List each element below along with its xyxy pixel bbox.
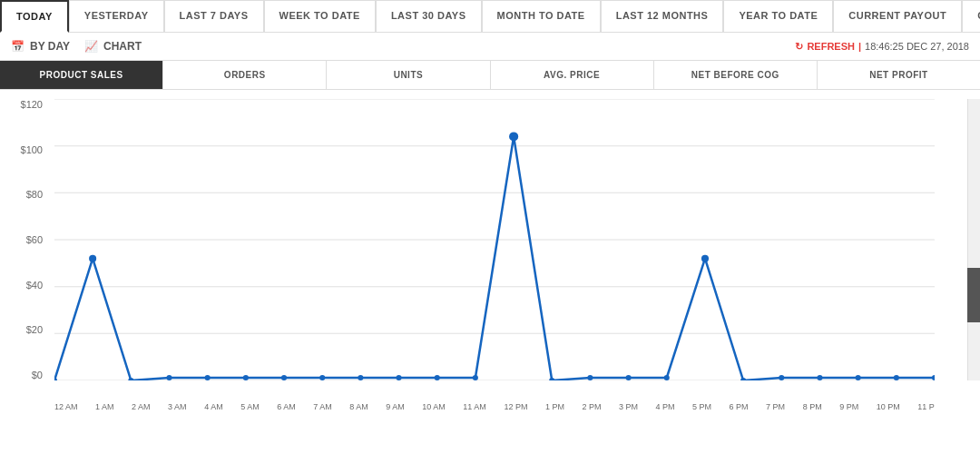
svg-point-24 — [701, 255, 709, 262]
svg-point-7 — [54, 378, 57, 380]
y-label-100: $100 — [21, 144, 43, 155]
chart-area: $120 $100 $80 $60 $40 $20 $0 — [0, 90, 980, 417]
separator: | — [858, 41, 861, 52]
svg-point-18 — [473, 375, 478, 380]
y-label-120: $120 — [21, 99, 43, 110]
x-label-5pm: 5 PM — [692, 402, 711, 411]
svg-point-17 — [435, 375, 440, 380]
x-label-9am: 9 AM — [386, 402, 405, 411]
svg-point-12 — [243, 375, 249, 380]
x-label-7pm: 7 PM — [766, 402, 785, 411]
chart-line — [54, 136, 935, 380]
tab-last30days[interactable]: LAST 30 DAYS — [376, 0, 482, 32]
tab-last7days[interactable]: LAST 7 DAYS — [164, 0, 264, 32]
svg-point-14 — [319, 375, 325, 380]
x-label-1pm: 1 PM — [545, 402, 564, 411]
chart-svg — [54, 99, 935, 380]
metric-tab-product-sales[interactable]: PRODUCT SALES — [0, 61, 163, 89]
svg-point-22 — [626, 375, 632, 380]
svg-point-23 — [664, 375, 670, 380]
tab-currentpayout[interactable]: CURRENT PAYOUT — [833, 0, 962, 32]
chart-line-icon: 📈 — [84, 40, 98, 53]
y-label-20: $20 — [26, 324, 43, 335]
metric-tab-orders[interactable]: ORDERS — [163, 61, 327, 89]
metric-tab-net-profit[interactable]: NET PROFIT — [818, 61, 980, 89]
x-label-1am: 1 AM — [95, 402, 114, 411]
x-label-9pm: 9 PM — [839, 402, 858, 411]
y-label-80: $80 — [26, 189, 43, 200]
x-label-4pm: 4 PM — [656, 402, 675, 411]
x-label-5am: 5 AM — [240, 402, 260, 411]
x-label-8pm: 8 PM — [803, 402, 822, 411]
metric-tabs-bar: PRODUCT SALES ORDERS UNITS AVG. PRICE NE… — [0, 61, 980, 90]
x-label-2pm: 2 PM — [582, 402, 601, 411]
chart-button[interactable]: 📈 CHART — [84, 40, 142, 53]
by-day-button[interactable]: 📅 BY DAY — [11, 40, 70, 53]
x-label-6pm: 6 PM — [730, 402, 749, 411]
x-label-11pm: 11 P — [917, 402, 935, 411]
svg-point-21 — [587, 375, 593, 380]
svg-point-10 — [166, 375, 172, 380]
svg-point-11 — [205, 375, 211, 380]
tab-last12months[interactable]: LAST 12 MONTHS — [601, 0, 724, 32]
y-axis: $120 $100 $80 $60 $40 $20 $0 — [0, 99, 50, 380]
x-axis: 12 AM 1 AM 2 AM 3 AM 4 AM 5 AM 6 AM 7 AM… — [54, 402, 935, 411]
tabs-bar: TODAY YESTERDAY LAST 7 DAYS WEEK TO DATE… — [0, 0, 980, 33]
tab-yeartodate[interactable]: YEAR TO DATE — [723, 0, 833, 32]
chart-label: CHART — [103, 40, 142, 53]
x-label-7am: 7 AM — [313, 402, 332, 411]
x-label-2am: 2 AM — [132, 402, 151, 411]
svg-point-16 — [396, 375, 401, 380]
x-label-8am: 8 AM — [349, 402, 368, 411]
x-label-11am: 11 AM — [463, 402, 486, 411]
svg-point-13 — [281, 375, 287, 380]
y-label-60: $60 — [26, 234, 43, 245]
x-label-3am: 3 AM — [168, 402, 187, 411]
x-label-4am: 4 AM — [204, 402, 223, 411]
svg-point-15 — [358, 375, 363, 380]
by-day-label: BY DAY — [30, 40, 70, 53]
svg-point-26 — [779, 375, 784, 380]
x-label-12am: 12 AM — [54, 402, 78, 411]
svg-point-8 — [89, 255, 96, 262]
metric-tab-units[interactable]: UNITS — [327, 61, 490, 89]
y-label-0: $0 — [32, 370, 43, 380]
x-label-3pm: 3 PM — [619, 402, 638, 411]
x-label-10am: 10 AM — [422, 402, 446, 411]
refresh-icon[interactable]: ↻ — [795, 41, 803, 53]
refresh-label[interactable]: REFRESH — [807, 41, 855, 52]
scrollbar[interactable] — [967, 99, 980, 380]
refresh-info: ↻ REFRESH | 18:46:25 DEC 27, 2018 — [795, 41, 969, 53]
tab-yesterday[interactable]: YESTERDAY — [69, 0, 164, 32]
metric-tab-net-before-cog[interactable]: NET BEFORE COG — [654, 61, 818, 89]
tab-custom[interactable]: CUSTOM — [962, 0, 980, 32]
svg-point-19 — [509, 132, 518, 141]
svg-point-20 — [549, 378, 554, 380]
tab-monthtodate[interactable]: MONTH TO DATE — [482, 0, 601, 32]
svg-point-27 — [817, 375, 822, 380]
x-label-10pm: 10 PM — [877, 402, 900, 411]
refresh-time: 18:46:25 DEC 27, 2018 — [865, 41, 969, 52]
controls-left: 📅 BY DAY 📈 CHART — [11, 40, 142, 53]
x-label-12pm: 12 PM — [504, 402, 527, 411]
tab-weektodate[interactable]: WEEK TO DATE — [264, 0, 376, 32]
scrollbar-thumb[interactable] — [967, 268, 980, 322]
svg-point-30 — [932, 375, 935, 380]
svg-point-29 — [894, 375, 899, 380]
controls-bar: 📅 BY DAY 📈 CHART ↻ REFRESH | 18:46:25 DE… — [0, 33, 980, 61]
calendar-icon: 📅 — [11, 40, 24, 53]
tab-today[interactable]: TODAY — [0, 0, 69, 33]
metric-tab-avg-price[interactable]: AVG. PRICE — [491, 61, 654, 89]
y-label-40: $40 — [26, 280, 43, 291]
x-label-6am: 6 AM — [277, 402, 296, 411]
svg-point-28 — [856, 375, 861, 380]
